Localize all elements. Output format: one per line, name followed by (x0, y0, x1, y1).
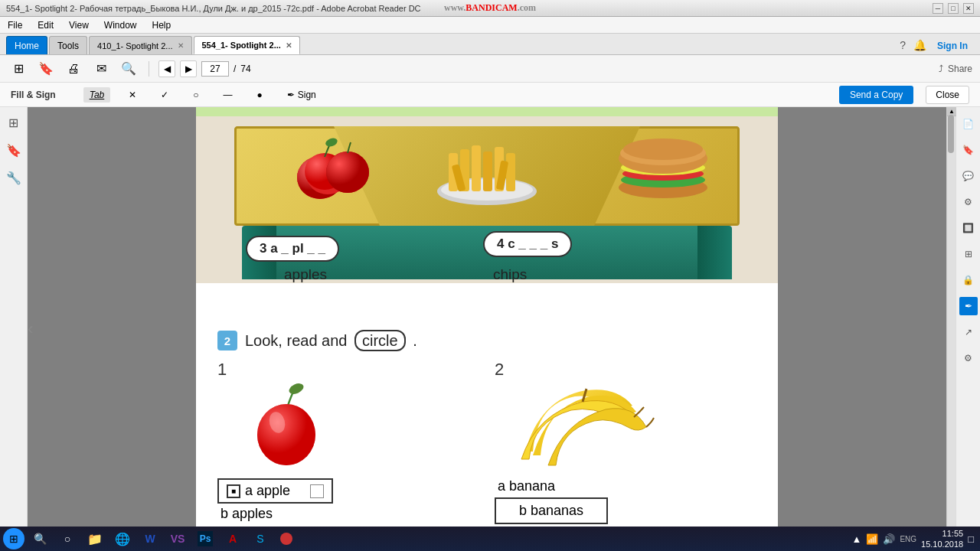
right-icon-tools2[interactable]: ⚙ (959, 193, 978, 211)
email-btn[interactable]: ✉ (90, 58, 112, 80)
tab-doc2-close[interactable]: ✕ (286, 41, 292, 50)
left-sidebar: ⊞ 🔖 🔧 (0, 107, 28, 551)
tools-sidebar-icon[interactable]: 🔧 (5, 168, 23, 187)
close-fill-sign-btn[interactable]: Close (926, 86, 969, 104)
item-1-option-a[interactable]: ■ a apple (217, 478, 333, 504)
menu-edit[interactable]: Edit (34, 18, 57, 32)
tray-clock[interactable]: 11:55 15.10.2018 (921, 528, 963, 550)
exercise-row: 1 (217, 360, 756, 524)
item-2-option-a-label: a banana (498, 478, 555, 494)
item-2-option-b[interactable]: b bananas (495, 497, 608, 524)
taskbar-explorer[interactable]: 📁 (83, 529, 107, 549)
right-icon-bookmarks[interactable]: 🔖 (959, 141, 978, 159)
sign-pen-icon: ✒ (287, 90, 295, 100)
taskbar-cortana[interactable]: ○ (55, 529, 80, 549)
tab-doc1[interactable]: 410_1- Spotlight 2... ✕ (89, 36, 191, 54)
tray-arrow[interactable]: ▲ (852, 533, 862, 545)
right-icon-calculator[interactable]: ⊞ (959, 245, 978, 263)
taskbar-search[interactable]: 🔍 (28, 529, 52, 549)
share-label[interactable]: Share (948, 64, 972, 74)
tool-cross[interactable]: ✕ (122, 87, 142, 103)
right-icon-stamp[interactable]: 🔲 (959, 219, 978, 237)
taskbar-chrome[interactable]: 🌐 (110, 529, 135, 549)
print-btn[interactable]: 🖨 (63, 58, 84, 80)
ps-icon: Ps (198, 531, 213, 546)
bookmark-sidebar-icon[interactable]: 🔖 (5, 141, 23, 159)
start-button[interactable]: ⊞ (3, 528, 24, 549)
right-icon-pen[interactable]: ✒ (959, 297, 978, 315)
taskbar-acrobat[interactable]: A (220, 529, 245, 549)
main-layout: ⊞ 🔖 🔧 ‹ (0, 107, 980, 551)
sign-label: Sign (298, 90, 316, 100)
tool-dash[interactable]: — (217, 87, 239, 103)
menu-view[interactable]: View (66, 18, 92, 32)
taskbar-vs[interactable]: VS (165, 529, 190, 549)
tool-tab[interactable]: Tab (83, 87, 111, 103)
scrollbar[interactable]: ▲ ▼ (946, 107, 956, 551)
maximize-btn[interactable]: □ (948, 3, 959, 14)
page-container: 3 a _ pl _ _ 4 c _ _ _ s apples chips (196, 107, 778, 551)
pages-panel-btn[interactable]: ⊞ (8, 58, 29, 80)
right-icon-cursor[interactable]: ↗ (959, 323, 978, 341)
page-navigation: ◀ ▶ / 74 (158, 60, 251, 77)
thumbnail-icon[interactable]: ⊞ (5, 113, 23, 132)
right-icon-lock[interactable]: 🔒 (959, 271, 978, 289)
minimize-btn[interactable]: ─ (933, 3, 943, 14)
prev-page-btn[interactable]: ◀ (158, 60, 175, 77)
notify-icon[interactable]: 🔔 (910, 36, 929, 54)
window-controls[interactable]: ─ □ ✕ (933, 3, 974, 14)
answer-chips: chips (493, 266, 527, 283)
item-2-option-a[interactable]: a banana (498, 478, 555, 494)
chrome-icon: 🌐 (115, 531, 130, 546)
tab-tools[interactable]: Tools (49, 36, 87, 54)
svg-rect-14 (506, 153, 515, 191)
item-1-checkbox-empty[interactable] (310, 484, 324, 498)
taskbar-more1[interactable]: S (248, 529, 273, 549)
item-1-checkbox-a[interactable]: ■ (227, 484, 240, 498)
table-illustration: 3 a _ pl _ _ 4 c _ _ _ s apples chips (196, 107, 778, 283)
taskbar-word[interactable]: W (138, 529, 162, 549)
item-1-image (248, 383, 325, 474)
tool-sign[interactable]: ✒ Sign (281, 87, 322, 103)
menu-file[interactable]: File (5, 18, 25, 32)
svg-point-24 (287, 383, 305, 396)
bookmark-btn[interactable]: 🔖 (35, 58, 57, 80)
exercise-item-2: 2 (495, 360, 756, 524)
right-icon-settings[interactable]: ⚙ (959, 349, 978, 367)
tray-network[interactable]: 📶 (866, 533, 878, 545)
tool-dot[interactable]: ● (251, 87, 269, 103)
menu-window[interactable]: Window (101, 18, 140, 32)
help-icon[interactable]: ? (897, 36, 909, 54)
tab-home[interactable]: Home (6, 36, 47, 54)
taskbar-tray: ▲ 📶 🔊 ENG 11:55 15.10.2018 □ (852, 528, 977, 550)
search-btn[interactable]: 🔍 (118, 58, 139, 80)
tray-lang[interactable]: ENG (900, 535, 916, 543)
tray-volume[interactable]: 🔊 (883, 533, 895, 545)
section2-badge: 2 (217, 331, 237, 350)
tab-doc1-close[interactable]: ✕ (178, 41, 184, 50)
page-input[interactable] (201, 61, 229, 77)
item-1-option-b[interactable]: b apples (220, 506, 273, 522)
tool-circle[interactable]: ○ (187, 87, 204, 103)
send-copy-btn[interactable]: Send a Copy (839, 86, 913, 104)
signin-btn[interactable]: Sign In (931, 37, 974, 54)
tab-doc2[interactable]: 554_1- Spotlight 2... ✕ (194, 36, 300, 54)
svg-rect-12 (483, 152, 492, 191)
taskbar-photoshop[interactable]: Ps (193, 529, 217, 549)
search-taskbar-icon: 🔍 (32, 531, 47, 546)
next-page-btn[interactable]: ▶ (180, 60, 197, 77)
tray-notifications[interactable]: □ (968, 533, 974, 545)
skype-icon: S (253, 531, 268, 546)
scroll-thumb[interactable] (948, 115, 954, 153)
taskbar-more2[interactable] (276, 529, 297, 549)
prev-page-arrow[interactable]: ‹ (28, 319, 33, 339)
svg-point-6 (326, 152, 369, 193)
close-btn[interactable]: ✕ (963, 3, 974, 14)
page-content: 3 a _ pl _ _ 4 c _ _ _ s apples chips (196, 107, 778, 551)
explorer-icon: 📁 (87, 531, 103, 546)
menu-help[interactable]: Help (149, 18, 175, 32)
tool-check[interactable]: ✓ (155, 87, 175, 103)
section2-instruction: Look, read and circle . (245, 332, 417, 350)
right-icon-comments[interactable]: 💬 (959, 167, 978, 185)
right-icon-pages[interactable]: 📄 (959, 115, 978, 133)
